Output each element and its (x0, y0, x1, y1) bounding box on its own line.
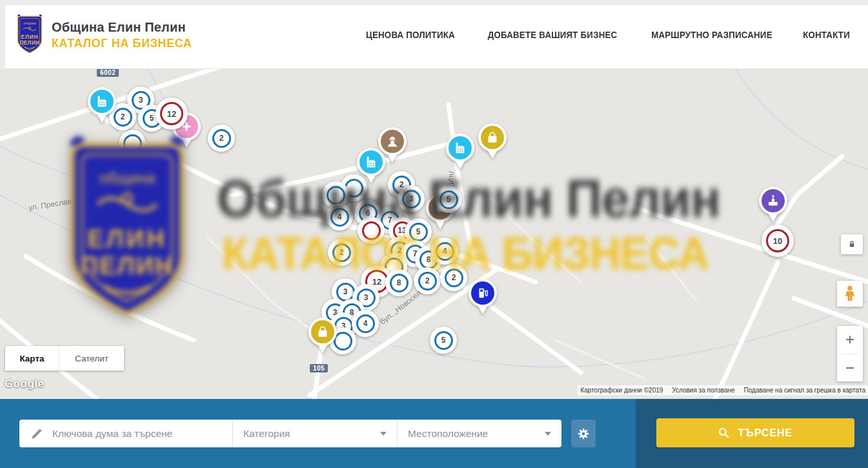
map-category-marker[interactable] (758, 186, 788, 225)
factory-icon (449, 136, 472, 159)
report-error-link[interactable]: Подаване на сигнал за грешка в картата (744, 387, 865, 394)
location-select-value: Местоположение (408, 428, 488, 440)
pegman-button[interactable] (837, 281, 863, 307)
church-icon (762, 189, 785, 212)
map-cluster-marker[interactable]: 4 (431, 238, 458, 265)
chevron-down-icon (545, 432, 551, 436)
map-cluster-marker[interactable]: 5 (430, 327, 457, 354)
location-select[interactable]: Местоположение (398, 420, 561, 447)
pegman-icon (842, 285, 858, 302)
map-cluster-marker[interactable]: 12 (156, 97, 188, 130)
bag-icon (481, 126, 504, 149)
keyword-section (19, 420, 232, 447)
map-category-marker[interactable] (468, 278, 498, 317)
map-cluster-marker[interactable]: 2 (208, 125, 235, 152)
map-cluster-marker[interactable]: 3 (398, 185, 425, 212)
page: община ЕЛИН ПЕЛИН Община Елин Пелин КАТА… (0, 0, 868, 468)
map-category-marker[interactable] (308, 317, 338, 356)
advanced-settings-button[interactable] (571, 420, 596, 447)
pencil-icon (30, 427, 43, 440)
nav-item[interactable]: КОНТАКТИ (803, 30, 850, 40)
markers-layer: 3251222354671352278412822333834510 (0, 69, 868, 399)
map-cluster-marker[interactable]: 10 (762, 225, 794, 257)
map-type-control: Карта Сателит (5, 346, 124, 371)
map-cluster-marker[interactable] (358, 217, 385, 244)
bag-icon (311, 320, 334, 343)
zoom-out-button[interactable]: − (837, 354, 863, 382)
map-category-marker[interactable] (478, 123, 507, 161)
header: община ЕЛИН ПЕЛИН Община Елин Пелин КАТА… (0, 0, 868, 69)
attribution-data-text: Картографски данни ©2019 (580, 387, 663, 394)
map-category-marker[interactable] (356, 147, 386, 186)
map-cluster-marker[interactable]: 5 (435, 186, 462, 213)
map-attribution: Картографски данни ©2019 Условия за полз… (578, 385, 868, 395)
main-nav: ЦЕНОВА ПОЛИТИКАДОБАВЕТЕ ВАШИЯТ БИЗНЕСМАР… (362, 0, 852, 69)
map-cluster-marker[interactable]: 4 (352, 310, 379, 337)
map-type-map-button[interactable]: Карта (5, 346, 59, 371)
brand-subtitle: КАТАЛОГ НА БИЗНЕСА (52, 37, 192, 50)
svg-text:ЕЛИН: ЕЛИН (21, 34, 39, 40)
gear-icon (576, 427, 590, 441)
search-button[interactable]: ТЪРСЕНЕ (656, 418, 854, 447)
lock-icon (847, 239, 856, 249)
map-cluster-marker[interactable] (119, 130, 146, 157)
search-bar: Категория Местоположение (0, 399, 868, 468)
left-strip (0, 0, 5, 69)
category-select[interactable]: Категория (233, 420, 397, 447)
map-cluster-marker[interactable]: 8 (385, 269, 412, 296)
nav-item[interactable]: МАРШРУТНО РАЗПИСАНИЕ (651, 30, 772, 40)
brand-text: Община Елин Пелин КАТАЛОГ НА БИЗНЕСА (52, 20, 192, 50)
map-category-marker[interactable] (445, 133, 475, 172)
brand-title: Община Елин Пелин (52, 20, 192, 35)
zoom-in-button[interactable]: + (837, 326, 863, 354)
map-cluster-marker[interactable]: 2 (328, 239, 355, 266)
svg-text:община: община (24, 21, 36, 25)
google-logo[interactable]: Google (5, 378, 45, 391)
keyword-search-input[interactable] (52, 428, 220, 440)
factory-icon (90, 90, 114, 113)
map-cluster-marker[interactable]: 4 (326, 203, 353, 230)
municipality-crest-icon: община ЕЛИН ПЕЛИН (14, 14, 45, 56)
search-panel: Категория Местоположение (19, 420, 561, 447)
category-select-value: Категория (243, 428, 290, 440)
brand-logo[interactable]: община ЕЛИН ПЕЛИН Община Елин Пелин КАТА… (14, 14, 192, 56)
map-canvas[interactable]: 3251222354671352278412822333834510 общин… (0, 69, 868, 399)
search-icon (718, 427, 730, 439)
nav-item[interactable]: ДОБАВЕТЕ ВАШИЯТ БИЗНЕС (488, 30, 618, 40)
terms-link[interactable]: Условия за ползване (672, 387, 734, 394)
map-type-satellite-button[interactable]: Сателит (59, 346, 124, 371)
zoom-control: + − (837, 326, 863, 382)
map-cluster-marker[interactable]: 2 (440, 264, 467, 291)
nav-item[interactable]: ЦЕНОВА ПОЛИТИКА (366, 30, 455, 40)
factory-icon (359, 150, 383, 174)
fuel-icon (471, 281, 494, 305)
chevron-down-icon (380, 432, 387, 436)
map-cluster-marker[interactable]: 2 (414, 267, 441, 294)
map-category-marker[interactable] (87, 86, 117, 125)
search-button-label: ТЪРСЕНЕ (738, 427, 792, 440)
svg-text:ПЕЛИН: ПЕЛИН (19, 39, 40, 46)
lock-button[interactable] (841, 234, 863, 254)
